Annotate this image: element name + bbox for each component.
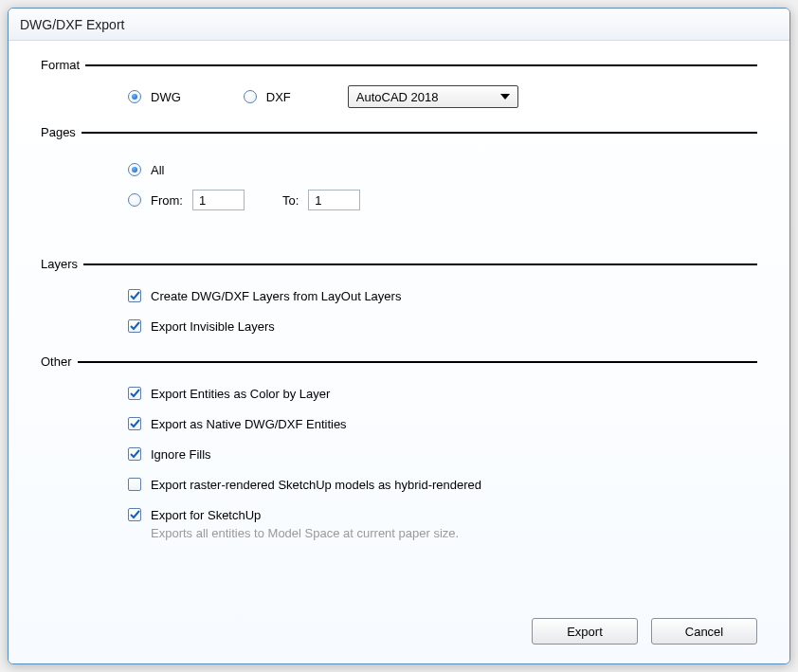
radio-dxf[interactable] — [244, 90, 257, 103]
checkbox-color-by-layer-label: Export Entities as Color by Layer — [151, 387, 330, 401]
section-title-format: Format — [41, 58, 80, 72]
checkbox-create-layers-label: Create DWG/DXF Layers from LayOut Layers — [151, 289, 401, 303]
export-for-sketchup-hint: Exports all entities to Model Space at c… — [128, 526, 757, 540]
checkbox-hybrid-rendered-label: Export raster-rendered SketchUp models a… — [151, 478, 481, 492]
divider — [78, 361, 757, 363]
radio-dxf-label: DXF — [266, 90, 291, 104]
section-header-pages: Pages — [41, 125, 757, 139]
cancel-button[interactable]: Cancel — [651, 618, 757, 645]
divider — [82, 132, 757, 134]
titlebar: DWG/DXF Export — [9, 9, 789, 41]
section-title-layers: Layers — [41, 257, 78, 271]
check-icon — [130, 449, 140, 460]
checkbox-export-for-sketchup[interactable] — [128, 508, 141, 521]
dialog-window: DWG/DXF Export Format DWG DXF AutoCAD 20… — [8, 8, 790, 664]
checkbox-ignore-fills-label: Ignore Fills — [151, 447, 211, 462]
checkbox-ignore-fills[interactable] — [128, 447, 141, 461]
section-pages: Pages All From: To: — [41, 125, 757, 240]
divider — [83, 263, 757, 265]
button-row: Export Cancel — [532, 618, 757, 645]
check-icon — [130, 389, 140, 399]
chevron-down-icon — [500, 94, 510, 100]
section-layers: Layers Create DWG/DXF Layers from LayOut… — [41, 257, 757, 337]
checkbox-export-invisible[interactable] — [128, 319, 141, 333]
export-button[interactable]: Export — [532, 618, 638, 645]
dialog-body: Format DWG DXF AutoCAD 2018 — [9, 41, 789, 663]
pages-to-label: To: — [282, 193, 299, 208]
check-icon — [130, 419, 140, 429]
checkbox-color-by-layer[interactable] — [128, 387, 141, 400]
select-autocad-version-value: AutoCAD 2018 — [356, 90, 500, 104]
section-title-other: Other — [41, 354, 72, 369]
checkbox-native-entities-label: Export as Native DWG/DXF Entities — [151, 417, 347, 431]
check-icon — [130, 321, 140, 332]
section-header-format: Format — [41, 58, 757, 72]
checkbox-create-layers[interactable] — [128, 289, 141, 302]
window-title: DWG/DXF Export — [20, 17, 124, 32]
pages-from-label: From: — [151, 193, 183, 208]
radio-dwg-label: DWG — [151, 90, 181, 104]
check-icon — [130, 510, 140, 520]
section-header-layers: Layers — [41, 257, 757, 271]
divider — [85, 64, 757, 66]
section-header-other: Other — [41, 354, 757, 369]
section-title-pages: Pages — [41, 125, 76, 139]
radio-pages-all-label: All — [151, 163, 164, 177]
checkbox-native-entities[interactable] — [128, 417, 141, 430]
radio-pages-range[interactable] — [128, 193, 141, 207]
pages-from-input[interactable] — [192, 190, 245, 210]
section-other: Other Export Entities as Color by Layer … — [41, 354, 757, 540]
pages-to-input[interactable] — [308, 190, 360, 210]
checkbox-export-for-sketchup-label: Export for SketchUp — [151, 508, 261, 522]
checkbox-export-invisible-label: Export Invisible Layers — [151, 319, 275, 334]
radio-dwg[interactable] — [128, 90, 141, 103]
checkbox-hybrid-rendered[interactable] — [128, 478, 141, 491]
radio-pages-all[interactable] — [128, 163, 141, 176]
section-format: Format DWG DXF AutoCAD 2018 — [41, 58, 757, 108]
select-autocad-version[interactable]: AutoCAD 2018 — [348, 85, 518, 108]
check-icon — [130, 291, 140, 301]
